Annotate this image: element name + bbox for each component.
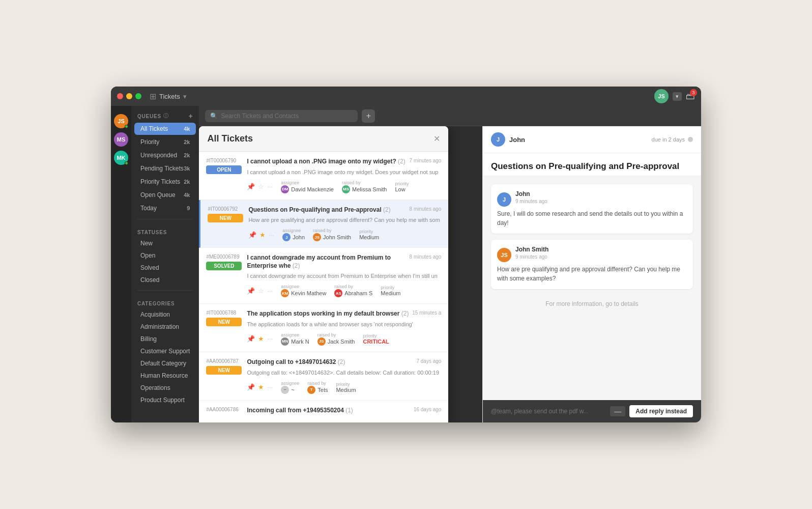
category-acquisition[interactable]: Acquisition (134, 309, 196, 320)
more-icon[interactable]: ··· (269, 231, 274, 239)
priority-meta: priority Medium (336, 382, 356, 393)
assignee-avatar: DM (281, 185, 289, 193)
ticket-item[interactable]: #AA00006787 NEW Outgoing call to +184970… (199, 352, 448, 401)
user-dropdown-button[interactable]: ▾ (673, 92, 682, 101)
status-open[interactable]: Open (134, 250, 196, 261)
add-queue-button[interactable]: + (188, 112, 193, 120)
queue-unresponded[interactable]: Unresponded 2k (134, 149, 196, 161)
message-text: How are pre qualifying and pre approval … (497, 265, 687, 283)
categories-section-header: CATEGORIES (131, 295, 199, 308)
pin-icon[interactable]: 📌 (247, 335, 255, 343)
queue-today[interactable]: Today 9 (134, 202, 196, 214)
star-icon[interactable]: ★ (258, 335, 264, 343)
ticket-time: 15 minutes a (412, 310, 441, 316)
category-administration[interactable]: Administration (134, 321, 196, 332)
category-default-category[interactable]: Default Category (134, 358, 196, 369)
ticket-id: #IT00006790 (206, 158, 236, 163)
pin-icon[interactable]: 📌 (247, 383, 255, 391)
ticket-preview: Outgoing call to: <+18497014632>. Call d… (247, 370, 441, 376)
queue-pending-tickets[interactable]: Pending Tickets 3k (134, 162, 196, 175)
queue-priority[interactable]: Priority 2k (134, 136, 196, 148)
notification-button[interactable]: 🗃 3 (686, 91, 695, 102)
reply-input[interactable] (491, 408, 606, 415)
ticket-badge-col: #IT00006788 NEW (206, 310, 247, 326)
star-icon[interactable]: ☆ (258, 287, 264, 295)
ticket-left: I cannot downgrade my account from Premi… (247, 254, 441, 297)
ticket-status-badge: NEW (208, 214, 243, 222)
raised-avatar: JS (317, 337, 326, 346)
user-avatar[interactable]: JS (654, 89, 669, 103)
grid-icon: ⊞ (150, 92, 156, 101)
status-solved[interactable]: Solved (134, 262, 196, 273)
category-operations[interactable]: Operations (134, 382, 196, 393)
queue-all-tickets[interactable]: All Tickets 4k (134, 123, 196, 135)
toolbar: 🔍 + (199, 106, 701, 126)
ticket-row-top: #ME00006789 SOLVED I cannot downgrade my… (206, 254, 441, 297)
queue-priority-tickets[interactable]: Priority Tickets 2k (134, 176, 196, 188)
add-button[interactable]: + (362, 109, 375, 123)
ticket-badge-col: #IT00006790 OPEN (206, 158, 247, 174)
title-bar: ⊞ Tickets ▾ JS ▾ 🗃 3 (111, 87, 701, 106)
more-info-link[interactable]: For more information, go to details (491, 295, 693, 313)
category-customer-support[interactable]: Customer Support (134, 346, 196, 357)
ticket-meta: 📌 ★ ··· assignee MN (247, 332, 441, 346)
more-icon[interactable]: ··· (267, 287, 273, 295)
search-box[interactable]: 🔍 (205, 110, 358, 122)
pin-icon[interactable]: 📌 (248, 231, 256, 239)
close-traffic-light[interactable] (117, 93, 123, 99)
main-layout: JS MS MK QUEUES ⓘ + (111, 106, 701, 422)
ticket-title: Questions on Pre-qualifying and Pre-appr… (248, 206, 390, 214)
ticket-actions: 📌 ★ ··· (247, 383, 273, 391)
star-icon[interactable]: ★ (259, 231, 266, 239)
assignee-avatar: J (282, 233, 291, 241)
ticket-title: I cannot downgrade my account from Premi… (247, 254, 409, 270)
ticket-badge-col: #AA00006787 NEW (206, 358, 247, 375)
ticket-badge-col: #ME00006789 SOLVED (206, 254, 247, 270)
category-human-resource[interactable]: Human Resource (134, 370, 196, 381)
ticket-item[interactable]: #AA00006786 Incoming call from +19495350… (199, 401, 448, 422)
ticket-item[interactable]: #IT00006790 OPEN I cannot upload a non .… (199, 152, 448, 200)
queue-open-queue[interactable]: Open Queue 4k (134, 189, 196, 201)
more-icon[interactable]: ··· (267, 383, 273, 391)
detail-footer: — Add reply instead (483, 400, 701, 422)
star-icon[interactable]: ☆ (258, 183, 264, 190)
ticket-time: 8 minutes ago (410, 206, 442, 212)
status-closed[interactable]: Closed (134, 274, 196, 286)
detail-user-avatar: J (491, 132, 505, 147)
ticket-status-badge: NEW (206, 366, 242, 375)
ticket-actions: 📌 ★ ··· (247, 335, 273, 343)
ticket-item[interactable]: #IT00006792 NEW Questions on Pre-qualify… (199, 200, 448, 248)
sidebar-avatar-ms[interactable]: MS (114, 132, 128, 147)
ticket-item[interactable]: #IT00006788 NEW The application stops wo… (199, 304, 448, 352)
minimize-traffic-light[interactable] (126, 93, 132, 99)
detail-title: Questions on Pre-qualifying and Pre-appr… (483, 153, 701, 176)
ticket-id: #IT00006792 (208, 206, 238, 212)
sidebar-avatar-js[interactable]: JS (114, 114, 128, 128)
more-icon[interactable]: ··· (267, 183, 273, 190)
star-icon[interactable]: ★ (258, 383, 264, 391)
ticket-time: 8 minutes ago (410, 254, 442, 260)
sidebar-avatar-mk[interactable]: MK (114, 151, 128, 165)
pin-icon[interactable]: 📌 (247, 287, 255, 295)
assignee-meta: assignee J John (282, 228, 305, 241)
detail-user-name: John (509, 136, 525, 144)
assignee-avatar: KM (281, 289, 289, 297)
sender-avatar: JS (497, 248, 511, 262)
ticket-item[interactable]: #ME00006789 SOLVED I cannot downgrade my… (199, 248, 448, 304)
minimize-button[interactable]: — (610, 406, 625, 416)
message-bubble: JS John Smith 9 minutes ago How are pre … (491, 240, 693, 289)
more-icon[interactable]: ··· (267, 335, 273, 343)
add-reply-button[interactable]: Add reply instead (629, 405, 693, 417)
category-billing[interactable]: Billing (134, 333, 196, 345)
ticket-meta: 📌 ★ ··· assignee J J (248, 228, 441, 241)
search-input[interactable] (221, 112, 353, 120)
title-dropdown-icon[interactable]: ▾ (183, 93, 187, 100)
ticket-status-badge: SOLVED (206, 262, 242, 270)
raised-meta: raised by MS Melissa Smith (342, 180, 387, 193)
tickets-panel-close-button[interactable]: ✕ (433, 134, 440, 144)
fullscreen-traffic-light[interactable] (135, 93, 141, 99)
status-new[interactable]: New (134, 238, 196, 249)
raised-avatar: AS (334, 289, 342, 297)
pin-icon[interactable]: 📌 (247, 183, 255, 190)
category-product-support[interactable]: Product Support (134, 394, 196, 406)
